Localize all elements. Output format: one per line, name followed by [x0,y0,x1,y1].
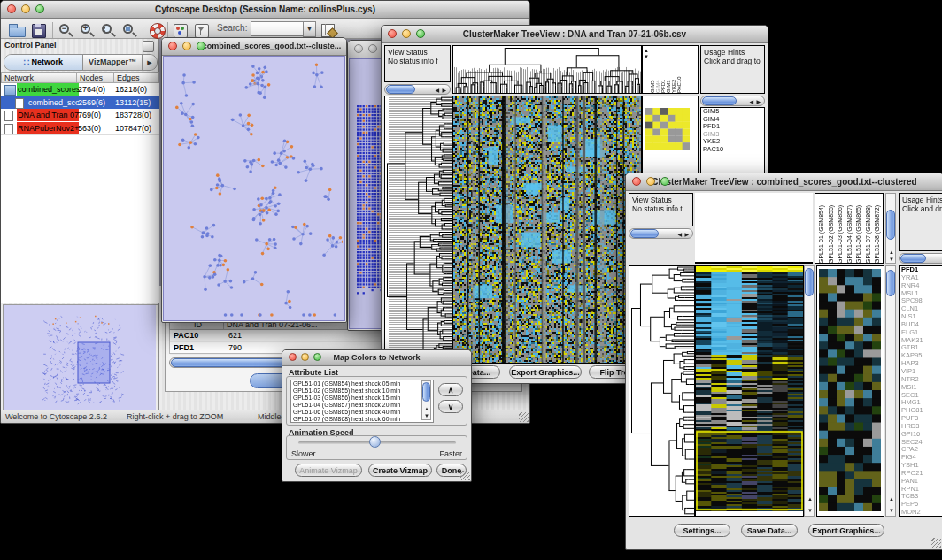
tv2-gene-list[interactable]: PFD1YRA1RNR4MSL1SPC98CLN1NIS1BUD4ELG1MAK… [899,265,942,517]
gene-label[interactable]: PFD1 [900,266,942,274]
tv2-column-dendrogram[interactable] [695,193,813,264]
treeview2-title-bar[interactable]: ClusterMaker TreeView : combined_scores_… [626,173,942,191]
tv2-array-vscrollbar[interactable]: ▲▼ [885,193,896,264]
gene-label[interactable]: MON2 [900,509,942,517]
network-row[interactable]: combined_sco2569(6)13112(15) [1,96,159,110]
gene-label[interactable]: MAK31 [900,337,942,345]
gene-label[interactable]: KAP95 [900,352,942,360]
attribute-item[interactable]: GPL51-06 (GSM865) heat shock 40 min [291,409,433,416]
gene-label[interactable]: HMG1 [900,399,942,407]
column-header-edges[interactable]: Edges [114,72,159,83]
gene-label[interactable]: PFD1 [701,123,764,131]
zoom-button[interactable] [416,29,425,38]
export-graphics-button[interactable]: Export Graphics... [509,365,582,379]
tv2-row-dendrogram[interactable] [629,265,695,517]
gene-label[interactable]: CLN1 [900,305,942,313]
attribute-item[interactable]: GPL51-03 (GSM856) heat shock 15 min [291,395,433,402]
column-header-network[interactable]: Network [1,72,77,83]
zoom-button[interactable] [35,4,44,13]
network1-title-bar[interactable]: combined_scores_good.txt--cluste... [162,38,346,56]
attribute-item[interactable]: GPL51-02 (GSM855) heat shock 10 min [291,387,433,395]
search-dropdown-button[interactable]: ▼ [303,21,316,37]
help-lifesaver-icon[interactable] [149,21,168,39]
attribute-list[interactable]: GPL51-01 (GSM854) heat shock 05 minGPL51… [290,380,434,423]
close-button[interactable] [168,42,177,50]
gene-label[interactable]: PHO81 [900,407,942,415]
treeview1-title-bar[interactable]: ClusterMaker TreeView : DNA and Tran 07-… [382,26,768,43]
gene-label[interactable]: CPA2 [900,446,942,454]
tv2-heatmap[interactable] [695,265,804,517]
minimize-button[interactable] [182,42,191,50]
tv1-row-dendrogram[interactable] [384,96,452,364]
gene-label[interactable]: PAC10 [701,146,764,154]
minimize-button[interactable] [402,29,411,38]
gene-label[interactable]: NIS1 [900,313,942,321]
gene-label[interactable]: SEC1 [900,392,942,400]
tv2-status-hscrollbar[interactable]: ◀▶ [629,228,693,239]
attribute-item[interactable]: GPL51-04 (GSM857) heat shock 20 min [291,402,433,409]
gene-label[interactable]: PEP5 [900,501,942,509]
gene-label[interactable]: MSI1 [900,384,942,392]
attribute-item[interactable]: GPL51-01 (GSM854) heat shock 05 min [291,380,433,387]
gene-label[interactable]: SEC24 [900,439,942,447]
gene-label[interactable]: HRD3 [900,423,942,431]
tv1-hints-hscrollbar[interactable]: ◀▶ [700,96,765,106]
gene-label[interactable]: FIG4 [900,454,942,462]
filter-icon[interactable] [193,21,212,39]
settings-button[interactable]: Settings... [674,524,730,537]
close-button[interactable] [289,353,297,361]
gene-label[interactable]: PAN1 [900,478,942,486]
tab-vizmapper[interactable]: VizMapper™ [82,55,143,70]
gene-label[interactable]: GPI16 [900,431,942,439]
close-button[interactable] [7,4,16,13]
animation-speed-slider-thumb[interactable] [369,436,381,448]
resize-grip[interactable] [460,471,470,480]
tv1-status-hscrollbar[interactable]: ◀▶ [384,84,451,95]
tab-network[interactable]: ⸬ Network [4,55,83,70]
close-button[interactable] [632,177,641,186]
resize-grip[interactable] [519,412,529,422]
gene-label[interactable]: GIM4 [701,116,764,124]
zoom-button[interactable] [313,353,321,361]
gene-label[interactable]: BUD4 [900,321,942,329]
dialog-title-bar[interactable]: Map Colors to Network [282,350,471,366]
tv2-zoom-vscrollbar[interactable]: ▲▼ [885,265,896,517]
export-graphics-button[interactable]: Export Graphics... [808,524,884,537]
move-up-button[interactable]: ∧ [438,383,463,396]
gene-label[interactable]: VIP1 [900,368,942,376]
minimize-button[interactable] [368,44,377,53]
tv1-column-dendrogram[interactable] [452,45,642,94]
minimize-button[interactable] [21,4,30,13]
minimize-button[interactable] [301,353,309,361]
minimize-button[interactable] [646,177,655,186]
node-attributes-icon[interactable] [172,21,191,39]
search-input[interactable] [251,21,305,36]
float-panel-icon[interactable] [143,41,154,52]
gene-label[interactable]: RPN1 [900,486,942,494]
main-title-bar[interactable]: Cytoscape Desktop (Session Name: collins… [1,1,529,19]
save-data-button[interactable]: Save Data... [741,524,798,537]
close-button[interactable] [354,44,363,53]
gene-label[interactable]: YSH1 [900,462,942,470]
network-row[interactable]: RNAPuberNov2+!563(0)107847(0) [1,122,159,135]
zoom-button[interactable] [660,177,669,186]
network1-canvas[interactable] [163,56,345,321]
column-header-nodes[interactable]: Nodes [77,72,114,83]
attribute-item[interactable]: GPL51-07 (GSM868) heat shock 60 min [291,416,433,423]
open-folder-icon[interactable] [8,21,27,39]
move-down-button[interactable]: ∨ [438,400,463,413]
gene-label[interactable]: NTR2 [900,376,942,384]
gene-label[interactable]: GTB1 [900,344,942,352]
attribute-list-vscrollbar[interactable]: ▲▼ [421,380,431,420]
attribute-editor-icon[interactable] [320,21,339,39]
create-vizmap-button[interactable]: Create Vizmap [368,464,432,477]
gene-label[interactable]: RPO21 [900,470,942,478]
gene-label[interactable]: TCB3 [900,493,942,501]
tv2-hints-hscrollbar[interactable] [899,253,942,264]
gene-label[interactable]: MSL1 [900,290,942,298]
zoom-selected-icon[interactable] [100,21,120,39]
gene-label[interactable]: YRA1 [900,274,942,282]
animate-vizmap-button[interactable]: Animate Vizmap [295,464,362,477]
tv1-heatmap[interactable] [452,96,642,364]
gene-label[interactable]: ELG1 [900,329,942,337]
